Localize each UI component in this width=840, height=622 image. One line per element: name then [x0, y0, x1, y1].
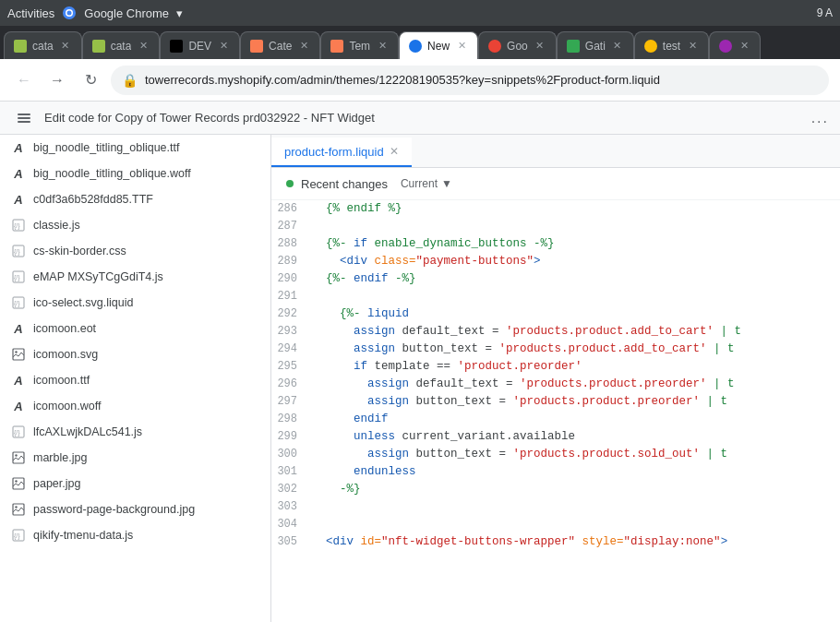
tab-gati[interactable]: Gati ✕ [557, 31, 634, 59]
tab-new[interactable]: New ✕ [399, 31, 478, 59]
line-content: <div id="nft-widget-buttons-wrapper" sty… [312, 533, 840, 551]
line-number: 287 [271, 218, 312, 235]
back-button[interactable]: ← [11, 67, 37, 93]
tab-close-cate[interactable]: ✕ [297, 40, 310, 53]
sidebar-file-icon [11, 476, 26, 491]
sidebar-item[interactable]: {/}cs-skin-border.css [0, 238, 270, 264]
sidebar-file-icon: A [11, 166, 26, 181]
svg-rect-5 [18, 121, 30, 123]
sidebar-item-name: icomoon.woff [33, 400, 101, 413]
tab-close-tem[interactable]: ✕ [376, 40, 389, 53]
line-content: endunless [312, 463, 840, 481]
more-options-button[interactable]: ... [811, 110, 829, 126]
tab-label-new: New [427, 40, 450, 53]
tab-label-dev: DEV [188, 40, 211, 53]
sidebar-item[interactable]: Abig_noodle_titling_oblique.woff [0, 161, 270, 186]
tab-close-new[interactable]: ✕ [455, 40, 468, 53]
sidebar-toggle-button[interactable] [11, 105, 37, 131]
address-bar[interactable]: 🔒 towerrecords.myshopify.com/admin/theme… [111, 66, 829, 95]
code-line: 290 {%- endif -%} [271, 270, 840, 288]
sidebar-item-name: icomoon.svg [33, 348, 98, 361]
sidebar-item[interactable]: Aicomoon.eot [0, 316, 270, 341]
sidebar-item-name: marble.jpg [33, 451, 87, 464]
tab-close-test[interactable]: ✕ [686, 40, 699, 53]
tab-dev[interactable]: DEV ✕ [160, 31, 240, 59]
sidebar-item[interactable]: password-page-background.jpg [0, 496, 270, 522]
recent-changes-indicator [286, 180, 294, 187]
chevron-down-icon: ▼ [441, 177, 452, 190]
tab-cata2[interactable]: cata ✕ [82, 31, 161, 59]
svg-rect-14 [13, 349, 24, 360]
current-label: Current [401, 177, 438, 190]
forward-button[interactable]: → [44, 67, 70, 93]
tab-close-goo[interactable]: ✕ [534, 40, 546, 53]
svg-point-2 [67, 11, 72, 16]
sidebar-item[interactable]: Ac0df3a6b528fdd85.TTF [0, 186, 270, 212]
code-line: 298 endif [271, 411, 840, 428]
sidebar-file-icon: {/} [11, 218, 26, 233]
tab-test[interactable]: test ✕ [634, 31, 709, 59]
line-number: 291 [271, 288, 312, 305]
tab-cate[interactable]: Cate ✕ [240, 31, 320, 59]
sidebar-item[interactable]: {/}classie.js [0, 212, 270, 238]
svg-point-19 [15, 454, 17, 456]
browser-icon [62, 6, 77, 20]
sidebar-item-name: cs-skin-border.css [33, 245, 126, 257]
tab-cata1[interactable]: cata ✕ [4, 31, 82, 59]
tab-label-test: test [663, 40, 680, 53]
sidebar-file-icon [11, 347, 26, 362]
dropdown-icon[interactable]: ▾ [176, 6, 183, 20]
tab-tem[interactable]: Tem ✕ [320, 31, 399, 59]
file-tab-label: product-form.liquid [284, 145, 384, 159]
sidebar-item[interactable]: Aicomoon.ttf [0, 367, 270, 393]
code-editor[interactable]: 286 {% endif %}287288 {%- if enable_dyna… [271, 200, 840, 622]
tab-extra[interactable]: ✕ [709, 31, 761, 59]
sidebar-item-name: icomoon.ttf [33, 374, 90, 387]
recent-changes-label: Recent changes [301, 177, 388, 191]
sidebar-item[interactable]: Aicomoon.woff [0, 393, 270, 419]
sidebar-item[interactable]: marble.jpg [0, 445, 270, 471]
nav-bar: ← → ↻ 🔒 towerrecords.myshopify.com/admin… [0, 59, 840, 102]
code-line: 296 assign default_text = 'products.prod… [271, 376, 840, 393]
sidebar-item[interactable]: {/}ico-select.svg.liquid [0, 290, 270, 316]
tab-close-gati[interactable]: ✕ [611, 40, 624, 53]
file-sidebar: Abig_noodle_titling_oblique.ttfAbig_nood… [0, 135, 271, 622]
line-number: 300 [271, 446, 312, 463]
sidebar-item[interactable]: {/}eMAP MXSyTCgGdiT4.js [0, 264, 270, 290]
svg-rect-18 [13, 452, 24, 463]
sidebar-item[interactable]: {/}lfcAXLwjkDALc541.js [0, 419, 270, 445]
sidebar-file-icon: A [11, 192, 26, 207]
tab-close-cata1[interactable]: ✕ [59, 40, 72, 53]
sidebar-item[interactable]: paper.jpg [0, 471, 270, 496]
file-tab-product-form[interactable]: product-form.liquid ✕ [271, 138, 412, 167]
svg-rect-4 [18, 117, 30, 119]
tab-goo[interactable]: Goo ✕ [478, 31, 557, 59]
svg-text:{/}: {/} [14, 248, 20, 256]
line-number: 304 [271, 516, 312, 533]
activities-button[interactable]: Activities [7, 6, 54, 20]
code-line: 299 unless current_variant.available [271, 428, 840, 446]
sidebar-item[interactable]: {/}qikify-tmenu-data.js [0, 522, 270, 548]
code-line: 288 {%- if enable_dynamic_buttons -%} [271, 235, 840, 253]
code-line: 297 assign button_text = 'products.produ… [271, 393, 840, 411]
sidebar-item[interactable]: Abig_noodle_titling_oblique.ttf [0, 135, 270, 161]
sidebar-item-name: lfcAXLwjkDALc541.js [33, 425, 142, 438]
svg-point-15 [15, 351, 17, 353]
file-tabs: product-form.liquid ✕ [271, 135, 840, 168]
refresh-button[interactable]: ↻ [78, 67, 103, 93]
code-line: 292 {%- liquid [271, 305, 840, 323]
tab-close-extra[interactable]: ✕ [738, 40, 750, 53]
file-tab-close[interactable]: ✕ [390, 145, 399, 158]
svg-text:{/}: {/} [14, 222, 20, 230]
current-dropdown-button[interactable]: Current ▼ [395, 175, 458, 192]
line-number: 299 [271, 428, 312, 446]
tab-close-cata2[interactable]: ✕ [137, 40, 150, 53]
sidebar-item[interactable]: icomoon.svg [0, 341, 270, 367]
svg-rect-20 [13, 478, 24, 489]
tab-favicon-cate [250, 40, 263, 53]
tab-label-cate: Cate [269, 40, 292, 53]
tab-close-dev[interactable]: ✕ [217, 40, 230, 53]
line-number: 294 [271, 341, 312, 358]
sidebar-file-icon: A [11, 373, 26, 388]
top-bar: Activities Google Chrome ▾ 9 A [0, 0, 840, 26]
